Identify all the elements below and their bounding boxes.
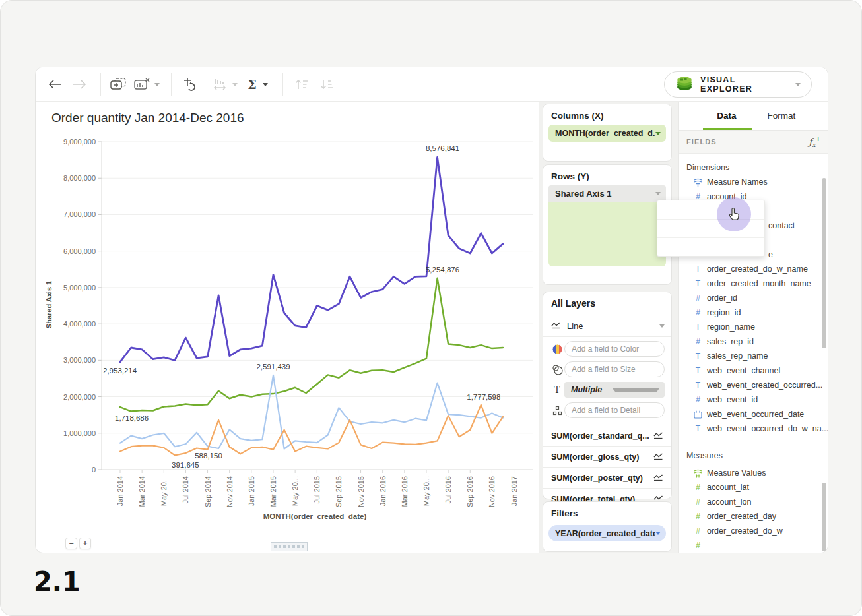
text-icon: T — [693, 323, 703, 332]
new-visualization-button[interactable] — [108, 67, 128, 102]
field-item[interactable]: T web_event_occurred_do_w_na... — [679, 421, 828, 436]
color-field-input[interactable]: Add a field to Color — [564, 341, 665, 357]
svg-text:Jul 2015: Jul 2015 — [313, 476, 321, 504]
trend-line-icon — [653, 451, 663, 463]
chevron-down-icon — [655, 532, 661, 535]
svg-text:MONTH(order_created_date): MONTH(order_created_date) — [263, 512, 367, 520]
layer-field-row[interactable]: SUM(order_gloss_qty) — [543, 446, 671, 467]
svg-text:Mar 2014: Mar 2014 — [138, 476, 146, 507]
cursor-highlight — [717, 197, 751, 231]
field-item[interactable]: T region_name — [679, 320, 828, 334]
app-window: Σ — [0, 0, 862, 616]
field-item[interactable]: # account_lon — [679, 495, 828, 509]
number-icon: # — [693, 308, 703, 317]
field-item[interactable]: web_event_occurred_date — [679, 407, 828, 421]
field-item[interactable]: Measure Names — [679, 175, 828, 189]
forward-button[interactable] — [71, 67, 88, 102]
tab-format[interactable]: Format — [763, 102, 800, 131]
number-icon: # — [693, 337, 703, 346]
svg-text:Sep 2015: Sep 2015 — [335, 476, 343, 507]
label-shelf: T Multiple — [543, 381, 671, 398]
rows-panel: Rows (Y) Shared Axis 1 — [543, 164, 672, 285]
chevron-down-icon — [655, 192, 661, 195]
shared-axis-member[interactable] — [548, 248, 666, 262]
field-item[interactable]: Measure Values — [679, 466, 828, 480]
detail-icon — [550, 406, 564, 416]
visual-explorer-button[interactable]: VISUAL EXPLORER — [664, 71, 812, 98]
aggregate-sigma-button[interactable]: Σ — [244, 67, 260, 102]
columns-panel: Columns (X) MONTH(order_created_d... — [543, 104, 672, 162]
rows-panel-title: Rows (Y) — [543, 165, 671, 185]
detail-field-input[interactable]: Add a field to Detail — [564, 402, 665, 418]
svg-text:Nov 2014: Nov 2014 — [226, 476, 234, 507]
shared-axis-member[interactable] — [548, 233, 666, 248]
back-button[interactable] — [47, 67, 64, 102]
label-field-value: Multiple — [571, 385, 613, 394]
add-calculation-icon[interactable]: ƒx+ — [809, 135, 821, 148]
detail-shelf: Add a field to Detail — [543, 402, 671, 419]
field-item[interactable]: # order_id — [679, 291, 828, 305]
swap-axes-button[interactable] — [180, 67, 199, 102]
sort-descending-button[interactable] — [317, 67, 337, 102]
dimensions-label: Dimensions — [679, 163, 828, 172]
tab-data[interactable]: Data — [709, 102, 745, 131]
zoom-in-button[interactable]: + — [79, 538, 91, 549]
field-item[interactable]: # order_created_do_w — [679, 524, 828, 538]
field-item[interactable]: # order_created_day — [679, 509, 828, 524]
toolbar: Σ — [36, 67, 828, 102]
field-item[interactable]: T order_created_month_name — [679, 276, 828, 291]
shared-axis-dropdown[interactable]: Shared Axis 1 — [548, 185, 666, 202]
horizontal-scroll-handle[interactable] — [271, 542, 308, 551]
field-item[interactable]: T web_event_channel — [679, 363, 828, 378]
aggregate-caret[interactable] — [260, 67, 271, 102]
panel-tabs: Data Format — [679, 102, 828, 131]
columns-field-label: MONTH(order_created_d... — [555, 129, 655, 138]
label-field-dropdown[interactable]: Multiple — [564, 382, 665, 398]
bar-size-caret[interactable] — [230, 67, 240, 102]
context-menu-item[interactable] — [657, 237, 764, 256]
svg-text:2,953,214: 2,953,214 — [103, 367, 137, 375]
svg-text:7,000,000: 7,000,000 — [63, 210, 96, 218]
layer-field-list: SUM(order_standard_q... SUM(order_gloss_… — [543, 425, 671, 509]
filter-pill[interactable]: YEAR(order_created_date) — [548, 525, 666, 541]
shared-axis-member[interactable] — [548, 204, 666, 219]
field-item[interactable]: # region_id — [679, 305, 828, 320]
chevron-down-icon — [613, 388, 659, 392]
columns-field-pill[interactable]: MONTH(order_created_d... — [548, 125, 666, 142]
bar-size-button[interactable] — [210, 67, 230, 102]
field-item[interactable]: # web_event_id — [679, 392, 828, 407]
zoom-out-button[interactable]: − — [65, 538, 77, 549]
field-item[interactable]: T sales_rep_name — [679, 349, 828, 363]
svg-text:May 20...: May 20... — [291, 476, 299, 506]
filters-panel-title: Filters — [543, 502, 671, 522]
text-icon: T — [693, 381, 703, 390]
svg-text:391,645: 391,645 — [172, 461, 199, 469]
svg-text:Jul 2016: Jul 2016 — [444, 476, 452, 504]
field-item[interactable]: # sales_rep_id — [679, 334, 828, 349]
svg-text:Jan 2015: Jan 2015 — [248, 476, 255, 506]
field-item[interactable]: T order_created_do_w_name — [679, 262, 828, 276]
field-item[interactable]: # account_lat — [679, 480, 828, 495]
svg-text:Jan 2017: Jan 2017 — [510, 476, 518, 506]
dimensions-scrollbar[interactable] — [822, 178, 826, 348]
measures-scrollbar[interactable] — [822, 483, 826, 551]
svg-text:May 20...: May 20... — [422, 476, 430, 506]
shared-axis-member[interactable] — [548, 219, 666, 233]
layer-field-row[interactable]: SUM(order_standard_q... — [543, 425, 671, 446]
svg-text:May 20...: May 20... — [160, 476, 168, 506]
size-field-input[interactable]: Add a field to Size — [564, 361, 665, 377]
field-item[interactable]: # — [679, 538, 828, 553]
sort-ascending-button[interactable] — [292, 67, 312, 102]
chart-type-dropdown[interactable]: Line — [543, 315, 671, 337]
chevron-down-icon — [659, 324, 665, 328]
svg-text:1,777,598: 1,777,598 — [467, 393, 500, 401]
columns-panel-title: Columns (X) — [543, 104, 671, 125]
line-chart[interactable]: 01,000,0002,000,0003,000,0004,000,0005,0… — [36, 102, 577, 553]
field-item[interactable]: T web_event_created_occurred... — [679, 378, 828, 392]
fields-header: FIELDS ƒx+ — [679, 131, 828, 154]
remove-visualization-caret[interactable] — [152, 67, 162, 102]
layer-field-row[interactable]: SUM(order_poster_qty) — [543, 467, 671, 488]
toolbar-separator — [171, 73, 172, 96]
text-icon: T — [693, 352, 703, 361]
remove-visualization-button[interactable] — [132, 67, 152, 102]
